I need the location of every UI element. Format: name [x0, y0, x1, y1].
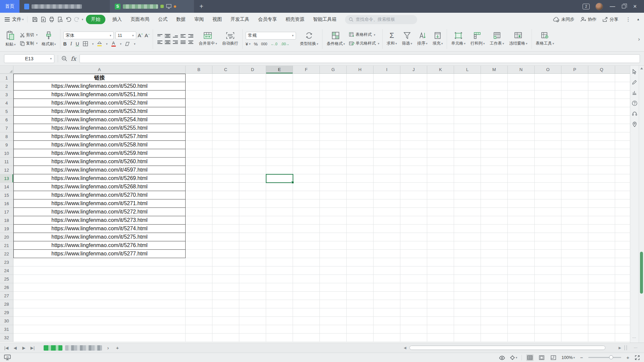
cell-A8[interactable]: https://www.lingfenmao.com/it/5257.html	[13, 132, 186, 141]
cell-A27[interactable]	[13, 292, 186, 300]
cell-M31[interactable]	[481, 325, 508, 334]
first-sheet-button[interactable]: |◀	[3, 346, 9, 350]
cell-I13[interactable]	[374, 174, 400, 183]
cell-E21[interactable]	[266, 241, 293, 250]
cell-L3[interactable]	[454, 90, 481, 99]
prev-sheet-button[interactable]: ◀	[12, 346, 18, 350]
column-header-G[interactable]: G	[320, 66, 347, 73]
cell-N27[interactable]	[508, 292, 535, 300]
cell-F12[interactable]	[293, 166, 320, 174]
cell-J24[interactable]	[400, 266, 427, 275]
cell-K26[interactable]	[427, 283, 454, 292]
cell-M30[interactable]	[481, 317, 508, 325]
cell-F13[interactable]	[293, 174, 320, 183]
cell-E1[interactable]	[266, 74, 293, 82]
cell-M2[interactable]	[481, 82, 508, 90]
cell-K15[interactable]	[427, 191, 454, 199]
cell-O10[interactable]	[535, 149, 561, 158]
cell-D27[interactable]	[239, 292, 266, 300]
cell-H12[interactable]	[347, 166, 374, 174]
cell-M19[interactable]	[481, 225, 508, 233]
cell-B17[interactable]	[186, 208, 212, 216]
cell-I27[interactable]	[374, 292, 400, 300]
help-icon[interactable]	[632, 101, 637, 106]
cell-D24[interactable]	[239, 266, 266, 275]
cell-D4[interactable]	[239, 99, 266, 107]
cell-F27[interactable]	[293, 292, 320, 300]
cell-H5[interactable]	[347, 107, 374, 116]
tab-view[interactable]: 视图	[208, 16, 226, 22]
cell-O25[interactable]	[535, 275, 561, 283]
fill-button[interactable]: 填充▾	[432, 32, 444, 46]
filter-button[interactable]: 筛选▾	[401, 32, 413, 46]
cell-H21[interactable]	[347, 241, 374, 250]
cell-E4[interactable]	[266, 99, 293, 107]
zoom-level-button[interactable]: 100% ▾	[561, 355, 575, 360]
cell-O20[interactable]	[535, 233, 561, 241]
cell-C23[interactable]	[212, 258, 239, 266]
underline-button[interactable]: U	[76, 41, 79, 47]
cell-G27[interactable]	[320, 292, 347, 300]
row-header-22[interactable]: 22	[0, 250, 13, 258]
row-header-25[interactable]: 25	[0, 275, 13, 283]
cell-P32[interactable]	[561, 334, 588, 342]
cell-L28[interactable]	[454, 300, 481, 308]
cell-G28[interactable]	[320, 300, 347, 308]
cell-N8[interactable]	[508, 132, 535, 141]
row-header-2[interactable]: 2	[0, 82, 13, 90]
cell-L10[interactable]	[454, 149, 481, 158]
zoom-in-button[interactable]: +	[626, 355, 630, 360]
name-box[interactable]: E13▾	[4, 54, 54, 63]
cell-C31[interactable]	[212, 325, 239, 334]
cell-I19[interactable]	[374, 225, 400, 233]
zoom-slider-th umb[interactable]	[609, 355, 613, 359]
cell-M10[interactable]	[481, 149, 508, 158]
cell-G15[interactable]	[320, 191, 347, 199]
cell-B1[interactable]	[186, 74, 212, 82]
cell-M29[interactable]	[481, 308, 508, 317]
cell-H28[interactable]	[347, 300, 374, 308]
cell-A31[interactable]	[13, 325, 186, 334]
cell-A30[interactable]	[13, 317, 186, 325]
column-header-C[interactable]: C	[212, 66, 239, 73]
cell-C2[interactable]	[212, 82, 239, 90]
cell-N1[interactable]	[508, 74, 535, 82]
cell-L7[interactable]	[454, 124, 481, 132]
cell-N30[interactable]	[508, 317, 535, 325]
column-header-O[interactable]: O	[535, 66, 561, 73]
table-style-button[interactable]: 表格样式▾	[349, 32, 380, 38]
cell-N31[interactable]	[508, 325, 535, 334]
cell-M3[interactable]	[481, 90, 508, 99]
cell-F24[interactable]	[293, 266, 320, 275]
cell-H8[interactable]	[347, 132, 374, 141]
cell-N29[interactable]	[508, 308, 535, 317]
cell-O19[interactable]	[535, 225, 561, 233]
fx-icon[interactable]: fx	[71, 55, 76, 62]
cell-Q32[interactable]	[588, 334, 615, 342]
cell-Q2[interactable]	[588, 82, 615, 90]
cell-J14[interactable]	[400, 183, 427, 191]
row-header-10[interactable]: 10	[0, 149, 13, 158]
cell-K9[interactable]	[427, 141, 454, 149]
cell-K29[interactable]	[427, 308, 454, 317]
cell-C5[interactable]	[212, 107, 239, 116]
cell-J19[interactable]	[400, 225, 427, 233]
cell-Q9[interactable]	[588, 141, 615, 149]
cell-M11[interactable]	[481, 158, 508, 166]
cell-O1[interactable]	[535, 74, 561, 82]
cell-B31[interactable]	[186, 325, 212, 334]
fullscreen-icon[interactable]	[635, 355, 640, 360]
scrollbar-resize-grip[interactable]	[625, 345, 627, 350]
column-header-M[interactable]: M	[481, 66, 508, 73]
cell-A10[interactable]: https://www.lingfenmao.com/it/5259.html	[13, 149, 186, 158]
cell-I5[interactable]	[374, 107, 400, 116]
cell-L21[interactable]	[454, 241, 481, 250]
cell-A11[interactable]: https://www.lingfenmao.com/it/5260.html	[13, 158, 186, 166]
cell-A18[interactable]: https://www.lingfenmao.com/it/5273.html	[13, 216, 186, 225]
column-header-L[interactable]: L	[454, 66, 481, 73]
cell-P1[interactable]	[561, 74, 588, 82]
cell-E29[interactable]	[266, 308, 293, 317]
cell-E8[interactable]	[266, 132, 293, 141]
row-header-18[interactable]: 18	[0, 216, 13, 225]
row-header-32[interactable]: 32	[0, 334, 13, 342]
